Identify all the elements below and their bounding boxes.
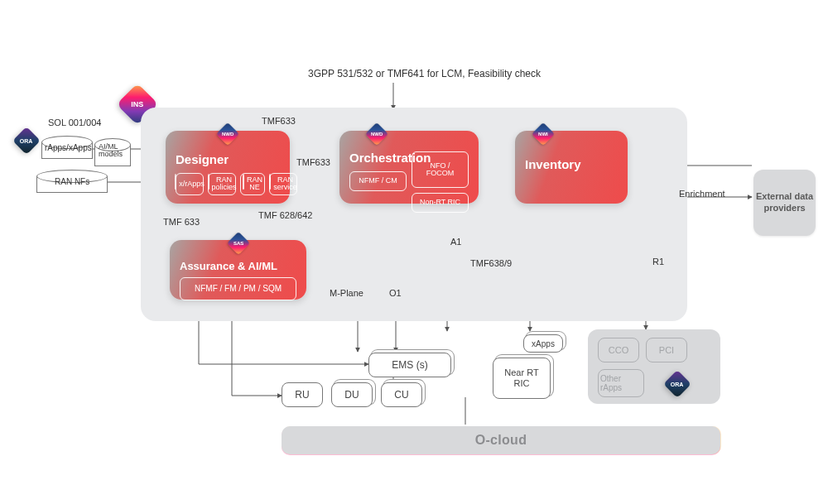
lbl-r1: R1	[652, 257, 664, 266]
ocloud-bar: O-cloud	[282, 426, 720, 454]
designer-chip-service: RAN service	[269, 173, 297, 195]
lbl-mplane: M-Plane	[330, 288, 363, 298]
rapp-pci: PCI	[646, 338, 687, 362]
sas-icon: SAS	[226, 232, 249, 255]
inventory-title: Inventory	[525, 157, 618, 171]
designer-chip-ranne: RAN NE	[240, 173, 265, 195]
cu-node: CU	[381, 382, 422, 407]
orch-nfo: NFO / FOCOM	[412, 151, 469, 188]
lbl-tmf633-top: TMF633	[262, 116, 296, 126]
inventory-card: NWI Inventory	[515, 131, 628, 204]
orch-nonrt: Non-RT RIC	[412, 193, 469, 213]
nwd-icon: NWD	[216, 122, 239, 146]
ru-node: RU	[282, 382, 323, 407]
du-node: DU	[331, 382, 373, 407]
lbl-o1: O1	[389, 288, 402, 298]
top-note: 3GPP 531/532 or TMF641 for LCM, Feasibil…	[308, 68, 541, 79]
assurance-title: Assurance & AI/ML	[180, 260, 296, 272]
designer-title: Designer	[176, 152, 280, 166]
external-providers: External data providers	[753, 170, 816, 236]
nwd-icon-2: NWD	[365, 122, 388, 146]
assurance-card: SAS Assurance & AI/ML NFMF / FM / PM / S…	[170, 240, 306, 300]
lbl-a1: A1	[450, 237, 461, 247]
rapp-other: Other rApps	[598, 369, 644, 397]
lbl-tmf628: TMF 628/642	[258, 210, 312, 220]
assurance-chip: NFMF / FM / PM / SQM	[180, 277, 296, 300]
ora-badge-left: ORA	[17, 131, 36, 151]
sol-label: SOL 001/004	[48, 118, 101, 127]
orchestration-card: NWD Orchestration NFMF / CM NFO / FOCOM …	[339, 131, 479, 204]
lbl-tmf633-mid: TMF633	[296, 157, 330, 167]
ora-badge-rapps: ORA	[667, 374, 687, 394]
db-rapps-label: rApps/xApps	[45, 143, 92, 152]
designer-card: NWD Designer x/rApps RAN policies RAN NE…	[166, 131, 290, 204]
nwi-icon: NWI	[532, 122, 555, 146]
designer-chip-xrapps: x/rApps	[176, 173, 204, 195]
rapps-panel: CCO PCI Other rApps ORA	[588, 329, 720, 404]
rapp-cco: CCO	[598, 338, 639, 362]
orch-nfmf: NFMF / CM	[349, 171, 407, 191]
xapps-node: xApps	[523, 334, 563, 353]
lbl-tmf638: TMF638/9	[470, 258, 512, 268]
ems-node: EMS (s)	[368, 353, 451, 377]
db-ran-nfs-label: RAN NFs	[55, 177, 89, 186]
designer-chip-policies: RAN policies	[208, 173, 236, 195]
lbl-enrichment: Enrichment	[679, 189, 725, 199]
db-aiml-label: AI/ML models	[99, 143, 128, 158]
lbl-tmf633-left: TMF 633	[163, 217, 200, 227]
near-rt-node: Near RT RIC	[493, 358, 551, 399]
